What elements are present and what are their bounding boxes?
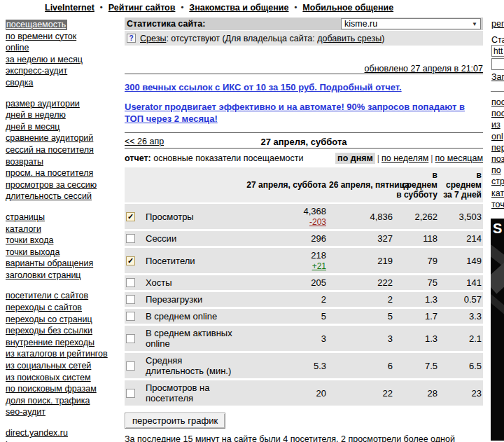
metric-label-wrap: Средняя длительность (мин.) <box>126 355 239 376</box>
sidebar-item-точки-входа[interactable]: точки входа <box>6 235 53 245</box>
right-panel-link-3[interactable]: из <box>491 119 504 130</box>
sidebar-row: сравнение аудиторий <box>6 132 122 144</box>
sidebar-item-экспресс-аудит[interactable]: экспресс-аудит <box>6 66 67 76</box>
sidebar-item-сессий-на-посетителя[interactable]: сессий на посетителя <box>6 145 94 155</box>
table-row: Перезагрузки221.30.57 <box>125 291 483 308</box>
secondary-input[interactable] <box>491 58 504 70</box>
row-checkbox[interactable]: ✓ <box>126 256 135 265</box>
sidebar-item-дней-в-месяц[interactable]: дней в месяц <box>6 122 59 132</box>
sidebar-item-размер-аудитории[interactable]: размер аудитории <box>6 99 80 109</box>
sidebar-item-по-времени-суток[interactable]: по времени суток <box>6 32 76 41</box>
metric-value: 75 <box>428 277 438 288</box>
value-cell: 6 <box>328 352 394 380</box>
sidebar-item-внутренние-переходы[interactable]: внутренние переходы <box>6 338 94 347</box>
sidebar-row: длительность сессий <box>6 191 122 202</box>
right-panel-link-10[interactable]: точ <box>491 199 504 210</box>
right-panel-link-4[interactable]: onl <box>491 131 504 142</box>
value-cell: 1.3 <box>394 325 439 352</box>
row-checkbox[interactable] <box>126 389 135 398</box>
sidebar-item-доля-поиск.-трафика[interactable]: доля поиск. трафика <box>6 396 90 406</box>
delta-link[interactable]: -203 <box>242 217 326 227</box>
delta-link[interactable]: +21 <box>242 261 326 271</box>
metric-value: 23 <box>472 388 482 399</box>
value-cell: 1.3 <box>394 291 439 308</box>
row-checkbox[interactable] <box>126 295 135 304</box>
sidebar-item-посетители-с-сайтов[interactable]: посетители с сайтов <box>6 291 88 301</box>
sidebar-item-за-неделю-и-месяц[interactable]: за неделю и месяц <box>6 55 83 64</box>
metric-value: 79 <box>428 256 438 266</box>
sidebar-item-из-каталогов-и-рейтингов[interactable]: из каталогов и рейтингов <box>6 349 108 359</box>
sidebar-item-варианты-обращения[interactable]: варианты обращения <box>6 258 93 268</box>
right-panel-link-7[interactable]: по <box>491 165 504 176</box>
topnav-link-1[interactable]: LiveInternet <box>45 3 94 13</box>
value-cell: 118 <box>394 230 439 247</box>
row-checkbox[interactable] <box>126 334 135 343</box>
ad-banner[interactable]: S <box>491 219 504 441</box>
row-checkbox[interactable] <box>126 312 135 321</box>
sidebar-item-посещаемость[interactable]: посещаемость <box>6 20 67 30</box>
sidebar-item-страницы[interactable]: страницы <box>6 212 45 222</box>
right-panel-link-2[interactable]: пос <box>491 108 504 119</box>
right-panel-link-1[interactable]: пос <box>491 97 504 108</box>
sidebar-item-заголовки-страниц[interactable]: заголовки страниц <box>6 270 81 280</box>
value-cell: 79 <box>394 247 439 275</box>
metric-label: Просмотров на посетителя <box>146 382 239 403</box>
rebuild-chart-button[interactable]: перестроить график <box>125 413 225 429</box>
right-panel-stats-label: Ста <box>491 35 504 45</box>
sidebar-item-из-социальных-сетей[interactable]: из социальных сетей <box>6 361 91 371</box>
ad-link-1[interactable]: 300 вечных ссылок с ИКС от 10 за 150 руб… <box>125 81 476 93</box>
right-panel-link-5[interactable]: пер <box>491 142 504 153</box>
sidebar-item-сводка[interactable]: сводка <box>6 78 33 88</box>
sidebar-item-переходы-с-сайтов[interactable]: переходы с сайтов <box>6 303 82 312</box>
date-navigation: << 26 апр 27 апреля, суббота <box>125 135 483 148</box>
row-checkbox[interactable] <box>126 361 135 371</box>
sidebar-row: дней в неделю <box>6 109 122 121</box>
row-checkbox[interactable] <box>126 234 135 243</box>
url-input[interactable]: htt <box>491 45 504 57</box>
updated-link[interactable]: обновлено 27 апреля в 21:07 <box>365 64 483 74</box>
metric-label-cell: ✓Просмотры <box>125 203 241 230</box>
sidebar-item-просмотров-за-сессию[interactable]: просмотров за сессию <box>6 180 97 190</box>
add-slices-link[interactable]: добавить срезы <box>317 34 382 43</box>
tab-по-неделям[interactable]: по неделям <box>382 153 428 163</box>
sidebar-item-seo-аудит[interactable]: seo-аудит <box>6 407 46 417</box>
sidebar-item-из-поисковых-систем[interactable]: из поисковых систем <box>6 373 91 382</box>
slices-link[interactable]: Срезы <box>140 34 166 43</box>
sidebar-item-direct.yandex.ru[interactable]: direct.yandex.ru <box>6 428 68 438</box>
table-row: Просмотров на посетителя20222823 <box>125 380 483 407</box>
sidebar-item-сравнение-аудиторий[interactable]: сравнение аудиторий <box>6 133 93 143</box>
topnav-link-4[interactable]: Мобильное общение <box>302 3 393 13</box>
sidebar-item-online[interactable]: online <box>6 43 29 53</box>
site-select[interactable]: kisme.ru ▼ <box>341 18 481 29</box>
right-panel-link-9[interactable]: кат <box>491 188 504 199</box>
sidebar-item-по-поисковым-фразам[interactable]: по поисковым фразам <box>6 384 97 394</box>
metric-value: 214 <box>466 233 482 244</box>
prev-day-link[interactable]: << 26 апр <box>125 137 164 146</box>
sidebar-item-дней-в-неделю[interactable]: дней в неделю <box>6 110 66 120</box>
sidebar-item-переходы-со-страниц[interactable]: переходы со страниц <box>6 315 92 324</box>
value-cell: 218+21 <box>241 247 328 275</box>
right-panel-submit-link[interactable]: Заг <box>491 72 504 82</box>
value-cell: 7.5 <box>394 352 439 380</box>
sidebar-row: сессий на посетителя <box>6 144 122 156</box>
sidebar-item-каталоги[interactable]: каталоги <box>6 224 41 234</box>
value-cell: 205 <box>241 275 328 291</box>
row-checkbox[interactable]: ✓ <box>126 212 135 221</box>
right-panel-register-link[interactable]: рег <box>491 19 504 29</box>
sidebar-item-переходы-без-ссылки[interactable]: переходы без ссылки <box>6 326 92 336</box>
sidebar-item-begun.ru[interactable]: begun.ru <box>6 440 40 442</box>
sidebar-item-точки-выхода[interactable]: точки выхода <box>6 247 59 257</box>
right-panel-link-8[interactable]: стр <box>491 176 504 187</box>
sidebar-item-возвраты[interactable]: возвраты <box>6 157 43 167</box>
right-panel-link-6[interactable]: поз <box>491 153 504 165</box>
metric-label-wrap: Перезагрузки <box>126 294 239 305</box>
help-icon[interactable]: ? <box>127 34 136 43</box>
tab-по-месяцам[interactable]: по месяцам <box>435 153 483 163</box>
value-cell: 214 <box>439 230 483 247</box>
sidebar-item-длительность-сессий[interactable]: длительность сессий <box>6 191 92 201</box>
sidebar-item-просм.-на-посетителя[interactable]: просм. на посетителя <box>6 168 93 178</box>
topnav-link-3[interactable]: Знакомства и общение <box>189 3 288 13</box>
row-checkbox[interactable] <box>126 278 135 287</box>
topnav-link-2[interactable]: Рейтинг сайтов <box>108 3 176 13</box>
ad-link-2[interactable]: Userator продвигает эффективно и на авто… <box>125 101 476 125</box>
